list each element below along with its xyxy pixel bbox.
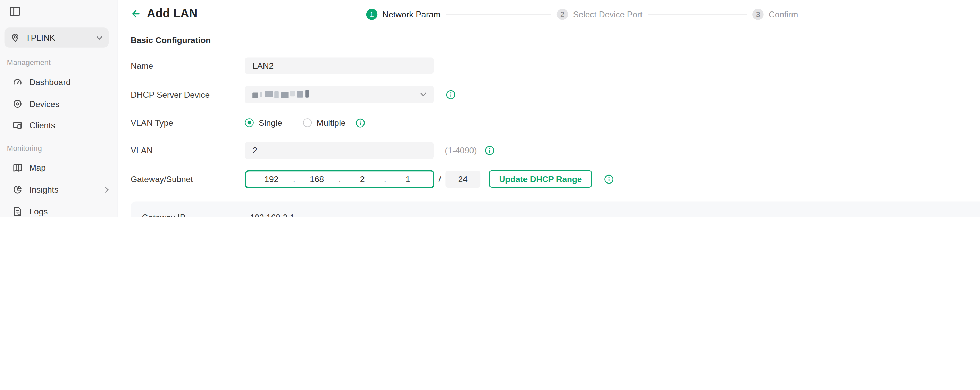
basic-configuration-heading: Basic Configuration [130,36,211,45]
vlan-type-label: VLAN Type [130,118,245,127]
info-icon[interactable] [355,118,365,127]
gateway-ip-input[interactable]: 192 . 168 . 2 . 1 [245,170,434,188]
chevron-down-icon [420,92,427,97]
site-selector[interactable]: TPLINK [5,27,109,48]
name-label: Name [130,61,245,70]
info-icon[interactable] [446,90,455,99]
site-name: TPLINK [26,33,96,42]
name-row: Name LAN2 [130,58,980,74]
sidebar-item-clients[interactable]: Clients [0,117,117,134]
clients-icon [13,120,22,130]
dhcp-server-device-label: DHCP Server Device [130,90,245,99]
vlan-type-row: VLAN Type Single Multiple [130,114,980,131]
vlan-type-multiple-radio[interactable]: Multiple [303,118,345,127]
sidebar-item-logs[interactable]: Logs [0,203,117,217]
vlan-type-single-radio[interactable]: Single [245,118,282,127]
logs-icon [13,206,22,217]
dhcp-server-device-select[interactable] [245,86,434,103]
subnet-prefix-input[interactable]: 24 [445,171,480,188]
radio-selected-icon [245,118,254,127]
vlan-input[interactable]: 2 [245,142,434,159]
sidebar-item-map[interactable]: Map [0,159,117,176]
vlan-label: VLAN [130,145,245,155]
dashboard-icon [13,77,22,87]
step-connector [446,14,551,15]
location-pin-icon [11,33,20,42]
page-title: Add LAN [147,7,197,21]
step-3-label: Confirm [768,10,798,19]
step-1-indicator: 1 [366,9,377,20]
name-input-value: LAN2 [252,61,274,70]
info-row-gateway-ip: Gateway IP 192.168.2.1 [142,208,980,217]
app: TPLINK Management Dashboard Devices Clie… [0,0,980,217]
subnet-slash-separator: / [439,174,441,184]
step-2-label: Select Device Port [573,10,643,19]
ip-octet-input[interactable]: 168 [296,174,339,184]
main-content: Add LAN 1 Network Param 2 Select Device … [118,0,980,217]
step-connector [648,14,747,15]
sidebar-item-devices[interactable]: Devices [0,95,117,113]
map-icon [13,163,22,173]
sidebar-item-dashboard[interactable]: Dashboard [0,74,117,91]
chevron-down-icon [96,35,102,40]
subnet-info-panel: Gateway IP 192.168.2.1 Broadcast IP 192.… [130,201,980,217]
dhcp-server-device-row: DHCP Server Device [130,86,980,103]
step-1-label: Network Param [383,10,441,19]
vlan-input-value: 2 [252,145,257,155]
ip-octet-input[interactable]: 192 [250,174,293,184]
ip-octet-input[interactable]: 1 [387,174,430,184]
devices-icon [13,99,22,109]
insights-icon [13,185,22,195]
vlan-range-hint: (1-4090) [445,145,477,155]
info-icon[interactable] [605,174,614,184]
wizard-steps: 1 Network Param 2 Select Device Port 3 C… [366,9,798,20]
update-dhcp-range-button[interactable]: Update DHCP Range [489,170,592,188]
info-icon[interactable] [485,145,494,155]
sidebar-collapse-icon[interactable] [10,6,21,17]
radio-unselected-icon [303,118,312,127]
dhcp-device-masked-value [252,90,309,99]
vlan-row: VLAN 2 (1-4090) [130,142,980,159]
ip-octet-input[interactable]: 2 [341,174,384,184]
back-arrow-icon[interactable] [130,9,141,19]
section-title-management: Management [7,58,51,67]
section-title-monitoring: Monitoring [7,144,42,153]
gateway-subnet-label: Gateway/Subnet [130,174,245,184]
name-input[interactable]: LAN2 [245,58,434,74]
step-3-indicator: 3 [752,9,764,20]
chevron-right-icon [105,186,109,193]
sidebar-item-insights[interactable]: Insights [0,181,117,198]
sidebar: TPLINK Management Dashboard Devices Clie… [0,0,117,217]
gateway-subnet-row: Gateway/Subnet 192 . 168 . 2 . 1 / 24 Up… [130,169,980,189]
step-2-indicator: 2 [557,9,568,20]
